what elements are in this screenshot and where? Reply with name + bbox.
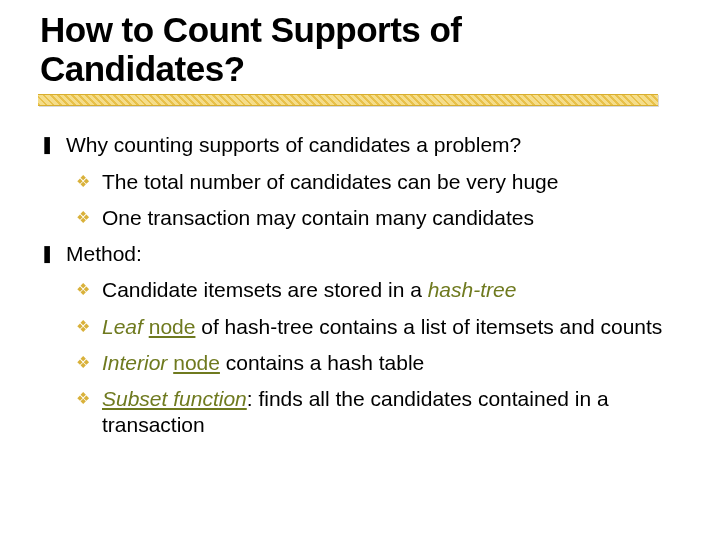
bullet-text: Method:	[66, 242, 142, 265]
bullet-text: The total number of candidates can be ve…	[102, 170, 558, 193]
term-interior: Interior	[102, 351, 167, 374]
term-hash-tree: hash-tree	[428, 278, 517, 301]
bullet-why: ❚ Why counting supports of candidates a …	[40, 132, 680, 158]
bullet-why-huge: ❖ The total number of candidates can be …	[76, 169, 680, 195]
bullet-why-many: ❖ One transaction may contain many candi…	[76, 205, 680, 231]
diamond-icon: ❖	[76, 353, 90, 373]
term-leaf: Leaf	[102, 315, 143, 338]
bullet-method-leaf: ❖ Leaf node of hash-tree contains a list…	[76, 314, 680, 340]
bullet-method-subset: ❖ Subset function: finds all the candida…	[76, 386, 680, 439]
term-subset-function: Subset function	[102, 387, 247, 410]
slide-title: How to Count Supports of Candidates?	[40, 10, 680, 88]
bullet-method-interior: ❖ Interior node contains a hash table	[76, 350, 680, 376]
diamond-icon: ❖	[76, 208, 90, 228]
diamond-icon: ❖	[76, 172, 90, 192]
bullet-text: One transaction may contain many candida…	[102, 206, 534, 229]
bullet-text: Why counting supports of candidates a pr…	[66, 133, 521, 156]
bullet-method: ❚ Method:	[40, 241, 680, 267]
slide-body: ❚ Why counting supports of candidates a …	[40, 132, 680, 438]
slide: How to Count Supports of Candidates? ❚ W…	[0, 0, 720, 540]
title-line-1: How to Count Supports of	[40, 10, 462, 49]
bullet-text-pre: Candidate itemsets are stored in a	[102, 278, 428, 301]
bullet-text-post: of hash-tree contains a list of itemsets…	[195, 315, 662, 338]
term-node: node	[149, 315, 196, 338]
diamond-icon: ❖	[76, 389, 90, 409]
bullet-text-post: contains a hash table	[220, 351, 424, 374]
title-line-2: Candidates?	[40, 49, 245, 88]
snowflake-icon: ❚	[40, 134, 54, 155]
diamond-icon: ❖	[76, 317, 90, 337]
diamond-icon: ❖	[76, 280, 90, 300]
term-node: node	[173, 351, 220, 374]
bullet-method-hashtree: ❖ Candidate itemsets are stored in a has…	[76, 277, 680, 303]
snowflake-icon: ❚	[40, 243, 54, 264]
title-underline	[38, 94, 658, 106]
